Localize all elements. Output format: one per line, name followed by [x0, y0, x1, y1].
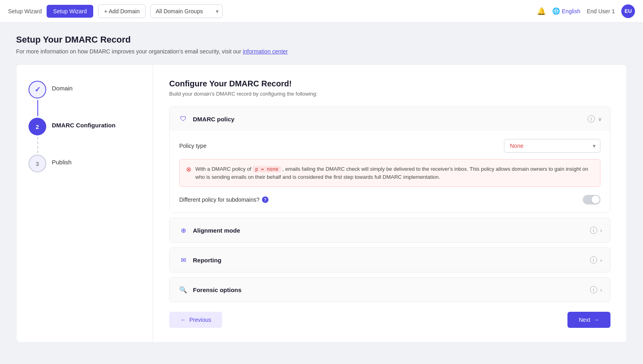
dmarc-policy-body: Policy type None Quarantine Reject ⊗ [170, 131, 610, 213]
shield-icon: 🛡 [178, 113, 189, 125]
alignment-icon: ⊕ [178, 225, 189, 236]
app-header: Setup Wizard Setup Wizard + Add Domain A… [0, 0, 643, 22]
section-header-right: i ∨ [588, 115, 602, 123]
forensic-header-left: 🔍 Forensic options [178, 284, 242, 295]
domain-groups-select[interactable]: All Domain Groups [150, 4, 223, 18]
help-icon[interactable]: ? [262, 196, 268, 203]
policy-type-label: Policy type [179, 143, 207, 149]
reporting-header-left: ✉ Reporting [178, 254, 221, 266]
policy-select-wrapper[interactable]: None Quarantine Reject [504, 139, 600, 153]
dmarc-policy-header[interactable]: 🛡 DMARC policy i ∨ [170, 107, 610, 131]
app-title: Setup Wizard [8, 8, 42, 14]
globe-icon: 🌐 [552, 7, 560, 15]
arrow-right-icon: → [594, 317, 599, 323]
previous-button[interactable]: ← Previous [169, 312, 222, 328]
step-connector-2 [37, 137, 38, 153]
page-content: Setup Your DMARC Record For more informa… [0, 22, 643, 355]
avatar: EU [621, 4, 635, 18]
policy-alert-box: ⊗ With a DMARC policy of p = none , emai… [179, 159, 600, 187]
info-icon-alignment[interactable]: i [590, 227, 597, 234]
steps-sidebar: ✓ Domain 2 DMARC Configuration 3 Publish [16, 65, 153, 342]
check-icon: ✓ [35, 85, 41, 94]
section-header-left: 🛡 DMARC policy [178, 113, 234, 125]
alignment-mode-title: Alignment mode [193, 227, 240, 234]
chevron-down-icon: ∨ [598, 116, 602, 122]
main-panel: Configure Your DMARC Record! Build your … [153, 65, 627, 342]
info-icon-reporting[interactable]: i [590, 256, 597, 264]
chevron-right-forensic: › [600, 287, 602, 293]
subdomain-toggle[interactable] [583, 195, 600, 204]
dmarc-policy-section: 🛡 DMARC policy i ∨ Policy type No [169, 106, 610, 213]
step-item-domain: ✓ Domain [29, 81, 141, 98]
policy-type-row: Policy type None Quarantine Reject [179, 139, 600, 153]
subdomain-toggle-row: Different policy for subdomains? ? [179, 195, 600, 204]
user-label: End User 1 [587, 8, 615, 14]
forensic-options-section: 🔍 Forensic options i › [169, 277, 610, 302]
alignment-header-right: i › [590, 227, 602, 234]
page-subtitle: For more information on how DMARC improv… [16, 48, 627, 55]
alignment-header-left: ⊕ Alignment mode [178, 225, 240, 236]
chevron-right-reporting: › [600, 257, 602, 263]
main-layout: ✓ Domain 2 DMARC Configuration 3 Publish… [16, 64, 627, 343]
reporting-header[interactable]: ✉ Reporting i › [170, 248, 610, 272]
step-label-2: DMARC Configuration [52, 118, 115, 129]
reporting-section: ✉ Reporting i › [169, 247, 610, 272]
reporting-title: Reporting [193, 257, 221, 264]
policy-code: p = none [253, 166, 281, 172]
info-icon-forensic[interactable]: i [590, 286, 597, 293]
toggle-knob [592, 196, 600, 204]
step-circle-3: 3 [29, 155, 46, 172]
alignment-mode-header[interactable]: ⊕ Alignment mode i › [170, 218, 610, 242]
info-center-link[interactable]: information center [243, 48, 288, 55]
chevron-right-icon: › [600, 227, 602, 233]
language-button[interactable]: 🌐 English [552, 7, 580, 15]
configure-title: Configure Your DMARC Record! [169, 79, 610, 88]
envelope-icon: ✉ [178, 254, 189, 266]
step-item-publish: 3 Publish [29, 155, 141, 172]
forensic-options-header[interactable]: 🔍 Forensic options i › [170, 278, 610, 302]
search-icon: 🔍 [178, 284, 189, 295]
step-connector-1 [37, 100, 38, 116]
arrow-left-icon: ← [180, 317, 186, 323]
setup-wizard-button[interactable]: Setup Wizard [47, 5, 93, 18]
warning-icon: ⊗ [186, 166, 191, 173]
bell-icon[interactable]: 🔔 [537, 7, 546, 16]
step-item-dmarc: 2 DMARC Configuration [29, 118, 141, 135]
subdomain-label: Different policy for subdomains? ? [179, 196, 268, 203]
step-label-1: Domain [52, 81, 73, 92]
step-circle-2: 2 [29, 118, 46, 135]
step-label-3: Publish [52, 155, 72, 166]
configure-subtitle: Build your domain's DMARC record by conf… [169, 91, 610, 97]
step-circle-1: ✓ [29, 81, 46, 98]
add-domain-button[interactable]: + Add Domain [98, 4, 145, 18]
forensic-options-title: Forensic options [193, 286, 242, 293]
next-button[interactable]: Next → [567, 312, 610, 328]
policy-type-select[interactable]: None Quarantine Reject [504, 139, 600, 153]
header-right: 🔔 🌐 English End User 1 EU [537, 4, 635, 18]
info-icon[interactable]: i [588, 115, 595, 123]
footer-buttons: ← Previous Next → [169, 312, 610, 328]
dmarc-policy-title: DMARC policy [193, 116, 234, 123]
forensic-header-right: i › [590, 286, 602, 293]
page-title: Setup Your DMARC Record [16, 35, 627, 45]
reporting-header-right: i › [590, 256, 602, 264]
alignment-mode-section: ⊕ Alignment mode i › [169, 218, 610, 243]
alert-text: With a DMARC policy of p = none , emails… [195, 165, 594, 181]
domain-groups-select-wrapper[interactable]: All Domain Groups [150, 4, 223, 18]
